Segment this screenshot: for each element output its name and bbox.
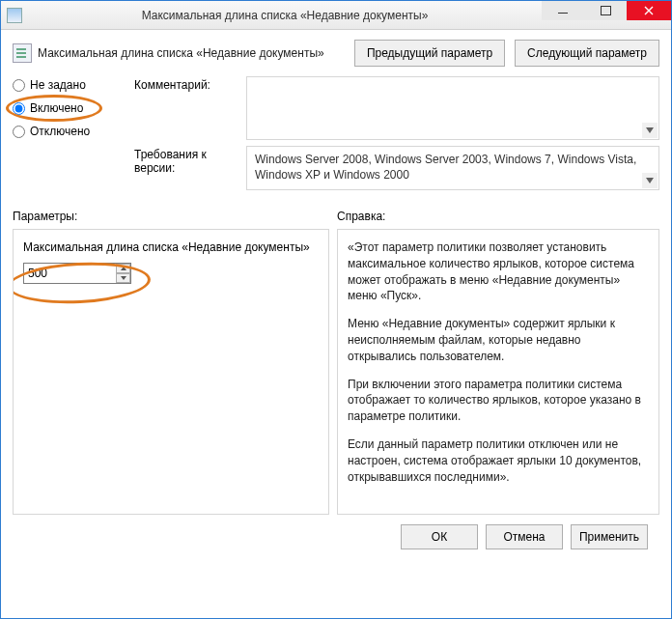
- policy-icon: [13, 43, 32, 63]
- close-button[interactable]: [627, 1, 671, 20]
- apply-button[interactable]: Применить: [571, 524, 648, 549]
- window-controls: [542, 1, 671, 29]
- spinner-up-button[interactable]: [116, 264, 130, 273]
- scroll-down-icon[interactable]: [642, 123, 658, 138]
- radio-disabled-label: Отключено: [30, 125, 90, 138]
- policy-title: Максимальная длина списка «Недавние доку…: [38, 46, 354, 60]
- cancel-button[interactable]: Отмена: [486, 524, 563, 549]
- spinner-down-button[interactable]: [116, 273, 130, 283]
- requirements-label: Требования к версии:: [134, 146, 240, 175]
- radio-not-configured-input[interactable]: [13, 79, 25, 92]
- radio-not-configured-label: Не задано: [30, 78, 86, 92]
- radio-enabled[interactable]: Включено: [13, 101, 128, 115]
- ok-button[interactable]: ОК: [401, 524, 478, 549]
- next-setting-button[interactable]: Следующий параметр: [515, 40, 659, 67]
- comment-label: Комментарий:: [134, 76, 240, 92]
- maximize-button[interactable]: [584, 1, 627, 20]
- radio-disabled[interactable]: Отключено: [13, 125, 128, 138]
- requirements-text: Windows Server 2008, Windows Server 2003…: [255, 153, 636, 182]
- comment-textarea[interactable]: [246, 76, 659, 140]
- help-paragraph: Если данный параметр политики отключен и…: [348, 436, 649, 485]
- help-paragraph: Меню «Недавние документы» содержит ярлык…: [348, 316, 649, 364]
- radio-enabled-input[interactable]: [13, 102, 25, 115]
- radio-disabled-input[interactable]: [13, 126, 25, 138]
- params-label: Параметры:: [13, 210, 337, 223]
- help-label: Справка:: [337, 210, 659, 223]
- requirements-box: Windows Server 2008, Windows Server 2003…: [246, 146, 659, 190]
- help-paragraph: При включении этого параметра политики с…: [348, 377, 649, 425]
- previous-setting-button[interactable]: Предыдущий параметр: [354, 40, 505, 67]
- radio-not-configured[interactable]: Не задано: [13, 78, 128, 92]
- param-field-label: Максимальная длина списка «Недавние доку…: [23, 239, 319, 255]
- params-panel: Максимальная длина списка «Недавние доку…: [13, 229, 329, 515]
- radio-enabled-label: Включено: [30, 101, 83, 115]
- app-icon: [7, 8, 22, 23]
- help-panel: «Этот параметр политики позволяет устано…: [337, 229, 659, 515]
- window-title: Максимальная длина списка «Недавние доку…: [28, 9, 542, 22]
- minimize-button[interactable]: [542, 1, 584, 20]
- scroll-down-icon[interactable]: [642, 173, 658, 188]
- titlebar: Максимальная длина списка «Недавние доку…: [1, 1, 671, 30]
- help-paragraph: «Этот параметр политики позволяет устано…: [348, 239, 649, 304]
